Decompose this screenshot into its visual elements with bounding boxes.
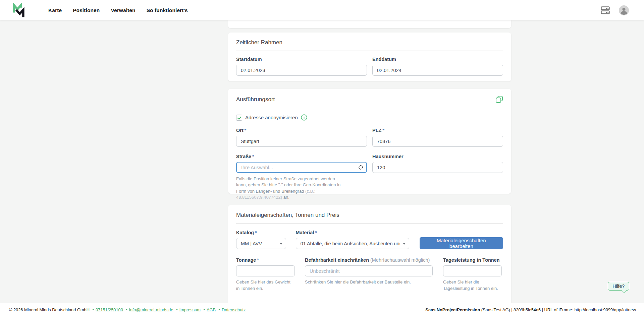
section-divider [236, 108, 503, 108]
separator: • [92, 307, 94, 312]
plz-label: PLZ [372, 128, 381, 133]
ort-field-group: Ort* [236, 127, 367, 147]
chevron-down-icon [403, 243, 406, 245]
tonnage-label: Tonnage [236, 257, 256, 263]
separator: • [204, 307, 205, 312]
befahrbarkeit-hint: Schränken Sie hier die Befahrbarkeit der… [305, 279, 433, 286]
befahrbarkeit-input[interactable] [305, 265, 433, 276]
ausfuehrungsort-card: Ausführungsort Adresse anonymisieren Ort… [228, 89, 511, 194]
enddatum-field-group: Enddatum [372, 56, 503, 76]
anonymize-row: Adresse anonymisieren [236, 114, 503, 121]
mineral-minds-logo[interactable] [12, 2, 27, 18]
strasse-input[interactable] [236, 162, 367, 173]
section-title-material: Materialeigenschaften, Tonnen und Preis [236, 212, 503, 218]
katalog-field-group: Katalog* MM | AVV [236, 230, 286, 249]
agb-link[interactable]: AGB [207, 307, 216, 312]
strasse-field-group: Straße* Falls die Position keiner Straße… [236, 153, 367, 201]
tonnage-input[interactable] [236, 265, 295, 276]
zeitlicher-rahmen-card: Zeitlicher Rahmen Startdatum Enddatum [228, 33, 511, 81]
section-divider [236, 223, 503, 224]
hausnummer-field-group: Hausnummer [372, 153, 503, 201]
section-title-ausfuehrungsort: Ausführungsort [236, 96, 275, 103]
katalog-label: Katalog [236, 230, 254, 235]
tagesleistung-field-group: Tagesleistung in Tonnen Geben Sie hier d… [443, 257, 502, 292]
enddatum-input[interactable] [372, 65, 503, 76]
hausnummer-input[interactable] [372, 162, 503, 173]
nav-item-verwalten[interactable]: Verwalten [111, 7, 135, 13]
required-asterisk: * [382, 128, 384, 133]
info-icon[interactable] [301, 114, 307, 121]
saas-permission-text: Saas NoProjectPermission [425, 307, 480, 312]
required-asterisk: * [315, 230, 317, 235]
server-icon[interactable] [600, 5, 610, 16]
enddatum-label: Enddatum [372, 57, 396, 62]
saas-info-text: (Saas Test AG) | 8209b5fc54a6 | URL of i… [480, 307, 636, 312]
footer-right: Saas NoProjectPermission (Saas Test AG) … [425, 307, 636, 312]
tonnage-field-group: Tonnage* Geben Sie hier das Gewicht in T… [236, 257, 295, 292]
phone-link[interactable]: 07151/250100 [96, 307, 123, 312]
impressum-link[interactable]: Impressum [179, 307, 201, 312]
separator: • [219, 307, 220, 312]
ort-label: Ort [236, 128, 244, 133]
startdatum-field-group: Startdatum [236, 56, 367, 76]
separator: • [126, 307, 127, 312]
tagesleistung-hint: Geben Sie hier die Tagesleistung in Tonn… [443, 279, 502, 292]
required-asterisk: * [245, 128, 246, 133]
footer: © 2026 Mineral Minds Deutschland GmbH •0… [0, 303, 644, 316]
strasse-hint: Falls die Position keiner Straße zugeord… [236, 176, 341, 201]
katalog-select[interactable]: MM | AVV [236, 238, 286, 249]
nav-item-positionen[interactable]: Positionen [73, 7, 100, 13]
anonymize-label: Adresse anonymisieren [245, 115, 298, 120]
tonnage-hint: Geben Sie hier das Gewicht in Tonnen ein… [236, 279, 295, 292]
strasse-label: Straße [236, 154, 251, 159]
main-nav: Karte Positionen Verwalten So funktionie… [48, 7, 188, 13]
material-select[interactable]: 01 Abfälle, die beim Aufsuchen, Ausbeute… [296, 238, 409, 249]
required-asterisk: * [255, 230, 257, 235]
material-label: Material [296, 230, 314, 235]
ort-input[interactable] [236, 136, 367, 147]
separator: • [176, 307, 177, 312]
section-title-zeitlicher-rahmen: Zeitlicher Rahmen [236, 39, 503, 46]
header-actions [600, 5, 629, 16]
edit-material-properties-button[interactable]: Materialeigenschaften bearbeiten [420, 237, 503, 249]
nav-item-so-funktionierts[interactable]: So funktioniert's [147, 7, 188, 13]
top-navigation-bar: Karte Positionen Verwalten So funktionie… [0, 0, 644, 20]
section-divider [236, 51, 503, 51]
nav-item-karte[interactable]: Karte [48, 7, 62, 13]
copy-icon[interactable] [495, 96, 503, 103]
required-asterisk: * [257, 257, 259, 263]
hausnummer-label: Hausnummer [372, 154, 404, 159]
datenschutz-link[interactable]: Datenschutz [222, 307, 246, 312]
startdatum-label: Startdatum [236, 57, 262, 62]
footer-left: © 2026 Mineral Minds Deutschland GmbH •0… [9, 307, 246, 312]
befahrbarkeit-field-group: Befahrbarkeit einschränken (Mehrfachausw… [305, 257, 433, 292]
tagesleistung-input[interactable] [443, 265, 502, 276]
material-field-group: Material* 01 Abfälle, die beim Aufsuchen… [296, 230, 409, 249]
befahrbarkeit-label: Befahrbarkeit einschränken (Mehrfachausw… [305, 257, 430, 263]
plz-field-group: PLZ* [372, 127, 503, 147]
tagesleistung-label: Tagesleistung in Tonnen [443, 257, 500, 263]
required-asterisk: * [252, 154, 254, 159]
user-avatar[interactable] [619, 5, 629, 16]
copyright-text: © 2026 Mineral Minds Deutschland GmbH [9, 307, 90, 312]
help-button[interactable]: Hilfe? [608, 282, 629, 291]
anonymize-checkbox[interactable] [236, 115, 242, 121]
loading-spinner-icon [359, 165, 363, 170]
email-link[interactable]: info@mineral-minds.de [129, 307, 173, 312]
startdatum-input[interactable] [236, 65, 367, 76]
chevron-down-icon [280, 243, 282, 245]
plz-input[interactable] [372, 136, 503, 147]
material-card: Materialeigenschaften, Tonnen und Preis … [228, 205, 511, 316]
